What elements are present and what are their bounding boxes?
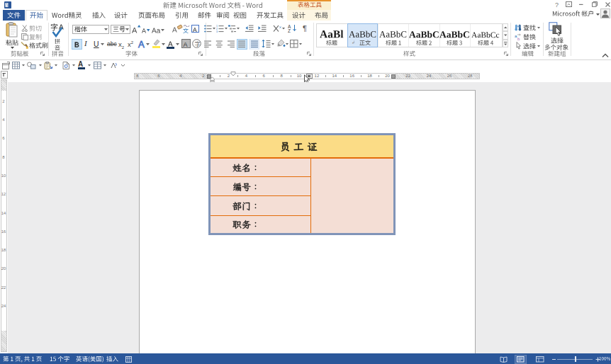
svg-text:Z: Z <box>288 28 291 33</box>
svg-text:字: 字 <box>194 41 200 47</box>
svg-text:3: 3 <box>216 30 218 33</box>
svg-text:A: A <box>138 39 145 49</box>
svg-text:A: A <box>184 41 188 48</box>
svg-text:?: ? <box>555 1 559 8</box>
svg-text:b: b <box>517 37 520 41</box>
